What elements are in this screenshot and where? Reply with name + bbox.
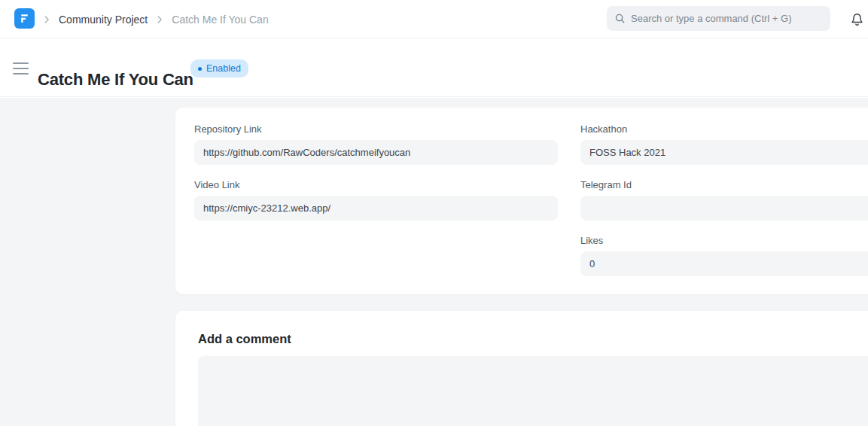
frappe-logo[interactable]	[14, 8, 35, 29]
page-title: Catch Me If You Can	[38, 69, 193, 90]
breadcrumb-chevron-icon	[154, 14, 165, 25]
hamburger-icon	[13, 73, 29, 75]
field-label: Telegram Id	[580, 179, 868, 191]
sidebar-toggle-button[interactable]	[13, 62, 29, 75]
comment-textarea[interactable]	[198, 356, 868, 426]
repository-link-input[interactable]	[194, 140, 558, 165]
top-navbar: Community Project Catch Me If You Can	[0, 0, 868, 38]
field-hackathon: Hackathon	[580, 123, 868, 165]
field-telegram-id: Telegram Id	[580, 179, 868, 221]
breadcrumb-item-community-project[interactable]: Community Project	[59, 14, 148, 26]
form-column-right: Hackathon Telegram Id Likes	[580, 123, 868, 291]
likes-input[interactable]	[580, 251, 868, 276]
field-label: Likes	[580, 235, 868, 247]
breadcrumb: Community Project Catch Me If You Can	[41, 0, 269, 38]
form-column-left: Repository Link Video Link	[194, 123, 558, 291]
form-grid: Repository Link Video Link Hackathon Tel	[175, 108, 868, 291]
notifications-button[interactable]	[847, 9, 866, 30]
field-label: Repository Link	[194, 123, 558, 135]
bell-icon	[850, 12, 864, 28]
field-label: Video Link	[194, 179, 558, 191]
add-comment-heading: Add a comment	[198, 332, 868, 346]
page-head: Catch Me If You Can	[0, 39, 868, 97]
field-label: Hackathon	[580, 123, 868, 135]
video-link-input[interactable]	[194, 196, 558, 221]
search-icon	[614, 13, 626, 24]
hamburger-icon	[13, 68, 29, 69]
breadcrumb-chevron-icon	[41, 14, 52, 25]
breadcrumb-item-current: Catch Me If You Can	[172, 14, 268, 26]
field-likes: Likes	[580, 235, 868, 276]
search-input[interactable]	[631, 13, 823, 24]
form-card: Repository Link Video Link Hackathon Tel	[175, 108, 868, 294]
field-repository-link: Repository Link	[194, 123, 558, 165]
telegram-id-input[interactable]	[580, 196, 868, 221]
frappe-logo-icon	[18, 12, 31, 25]
status-badge-label: Enabled	[206, 63, 241, 74]
global-search-bar[interactable]	[607, 6, 830, 31]
comments-card: Add a comment	[175, 311, 868, 426]
status-dot-icon	[198, 67, 202, 71]
app-window: Community Project Catch Me If You Can	[0, 0, 868, 426]
hackathon-input[interactable]	[580, 140, 868, 165]
content-area: Repository Link Video Link Hackathon Tel	[0, 98, 868, 426]
field-video-link: Video Link	[194, 179, 558, 221]
status-badge: Enabled	[190, 59, 248, 78]
hamburger-icon	[13, 62, 29, 64]
